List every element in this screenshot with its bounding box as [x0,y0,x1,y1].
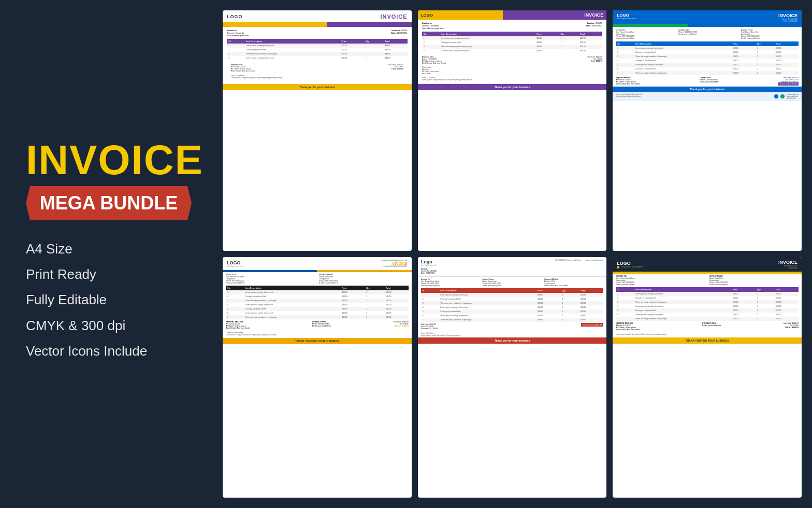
table-row: 3There are many variations of passages$3… [616,54,799,59]
feature-editable: Fully Editable [26,292,192,308]
inv2-details: Invoice: 287465 Date: 26/02/2021 [586,22,602,30]
col-sl: SL. [227,39,244,44]
inv4-contact-info: CONTACT INFO: Phone: 000 000 0000 Email:… [312,321,331,329]
inv1-logo: LOGO [227,14,243,19]
inv2-footer: Thank you for your business [418,84,607,90]
table-row: 2 Contrary to popular belief $39.00 1 $3… [422,40,603,45]
inv4-totals: Sub Total: $180.00 Tax: 0.00% TOTAL: $18… [394,321,409,329]
inv6-info-section: INVOICE TO: Your Name Goes Here Designat… [613,274,802,287]
inv1-payment-info: Payment Info: Account # 254879 A/C Name:… [227,62,408,74]
features-list: A4 Size Print Ready Fully Editable CMYK … [26,241,192,369]
inv5-invoice-info: Invoice Invoice No. 287465 Date: 26/02/2… [421,268,604,274]
inv1-invoice-details: Invoice# 287465 Date: 26/02/2021 [392,29,408,37]
invoice-preview-2: LOGO INVOICE Invoice to: James L. Edward… [418,10,607,251]
inv4-right: www.yourwebsitegoeshere.com INVOICE Invo… [382,260,407,267]
table-row: 1Lorem ipsum is simply dummy text.$39.00… [421,293,604,297]
inv2-logo: LOGO [421,13,433,18]
table-row: 6Lorem ipsum is simply dummy text.$39.00… [421,314,604,318]
inv6-logo: LOGO [617,261,643,266]
inv3-invoice-label: INVOICE [778,13,798,18]
inv4-tagline: Your Tagline Goes Here [227,265,243,267]
table-row: 7There are many variations of passages$3… [421,318,604,322]
inv5-info-section: Invoice To: Your Name Goes Here Phone: 0… [418,277,607,288]
inv4-invoice-to: INVOICE TO: Your Name Goes Here Designat… [226,274,315,284]
inv2-logo-area: LOGO [418,10,503,20]
inv3-payment-method: Payment Method Account # 254879 A/C Name… [616,77,640,85]
table-row: 4Lorem ipsum is simply dummy text.$39.00… [421,305,604,309]
inv5-tagline: Your Tagline Goes Here [421,264,438,266]
inv6-items-table: SL. Item Description Price Qty Total 1Lo… [616,287,799,321]
invoice-preview-4: LOGO Your Tagline Goes Here www.yourwebs… [223,257,412,498]
inv2-label-area: INVOICE [503,10,607,20]
inv2-info-row: Invoice to: James L. Edwards Your addres… [422,22,603,30]
col-desc: Item Description [244,39,340,44]
inv1-footer: Thank you for your business [223,84,412,90]
feature-vector: Vector Icons Include [26,343,192,359]
inv6-logo-block: LOGO 000 000 0000 | youremail@here [617,261,643,269]
table-row: 1 Lorem ipsum is simply dummy text. $39.… [422,36,603,40]
inv3-invoice-to: Invoice To: Your Name Goes Here Designat… [616,29,673,39]
inv3-logo: LOGO [617,13,636,18]
inv4-payment: PAYMENT SECTION: Account # 254879 A/C Na… [223,319,412,331]
col-total: Total [383,39,407,44]
inv1-invoice-label: INVOICE [380,13,407,20]
inv3-social-icon-1 [774,94,778,98]
invoice-preview-1: LOGO INVOICE Invoice to: James L. Edward… [223,10,412,251]
table-row: 3There are many variations of passages$3… [616,300,799,304]
inv6-footer: THANK YOU FOR YOUR BUSINESS [613,337,802,344]
inv3-invoice-from: Invoice From: Your Name Goes Here Design… [741,29,799,39]
inv1-terms: Terms & Conditions Lorem ipsum is simply… [227,74,408,80]
table-row: 1Lorem ipsum is simply dummy text.$39.00… [616,292,799,296]
table-row: 3 There are many variations of passages … [227,52,408,56]
inv6-payment-section: PAYMENT METHOD Account # 254879 A/C Name… [613,321,802,332]
inv6-contact-line: 000 000 0000 | youremail@here [617,266,643,269]
table-row: 3There are many variations of passages$3… [226,299,409,303]
inv2-payment: Payment Info: Account # 254879 A/C Name:… [422,55,603,65]
inv5-footer-section: Sub Total: $180.00 Tax 13%: 0.02% Discou… [418,322,607,331]
inv6-header: LOGO 000 000 0000 | youremail@here INVOI… [613,257,802,272]
inv5-payment-method: Payment Method Account 1234 Lorem ipsum … [544,278,603,287]
inv3-info-section: Invoice To: Your Name Goes Here Designat… [613,27,802,41]
inv6-invoice-from: INVOICE FROM: Name Goes Here Designation… [709,275,799,286]
mega-bundle-banner: MEGA BUNDLE [26,186,192,220]
inv5-terms: Terms & Conditions Lorem ipsum is simply… [418,331,607,337]
inv2-payment-left: Payment Info: Account # 254879 A/C Name:… [422,56,446,64]
table-row: 1 Lorem ipsum is simply dummy text. $39.… [227,44,408,48]
inv5-logo: Logo [421,259,438,264]
table-row: 5Contrary to popular belief$39.001$39.00 [421,309,604,314]
inv1-color-bar [223,22,412,27]
table-row: 5Contrary to popular belief$39.001$39.00 [226,307,409,311]
inv5-grand-total: Grand Total: $180.99 [581,323,603,330]
table-row: 3 There are many variations of passages … [422,45,603,49]
table-row: 4Lorem ipsum is simply dummy text.$39.00… [616,304,799,308]
table-row: 7There are many variations of passages$3… [616,317,799,321]
inv3-social-icon-2 [780,94,785,98]
table-row: 2 Contrary to popular belief $39.00 1 $3… [227,48,408,52]
inv5-items-table: SL. Item Description Price Qty Total 1Lo… [421,288,604,322]
table-row: 7There are many variations of passages$3… [616,71,799,75]
table-row: 1Lorem ipsum is simply dummy text.$39.00… [226,290,409,294]
inv3-date: Date: 24/02/2021 [778,20,798,22]
inv3-footer: Thank you for your business [613,87,802,92]
table-row: 6Lorem ipsum is simply dummy text.$39.00… [616,313,799,317]
inv1-invoice-to: Invoice to: James L. Edwards Your addres… [227,29,249,37]
table-row: 5Lorem ipsum is simply dummy text.$39.00… [616,63,799,67]
col-price: Price [340,39,364,44]
inv6-payment-method: PAYMENT METHOD Account # 254879 A/C Name… [616,322,640,331]
inv1-header: LOGO INVOICE [223,10,412,22]
inv2-invoice-label: INVOICE [584,12,603,18]
inv3-items-table: SL. Item Description Price Qty Total 1Lo… [616,41,799,75]
table-row: 3There are many variations of passages$3… [421,301,604,305]
main-title: INVOICE [26,139,192,181]
inv4-header: LOGO Your Tagline Goes Here www.yourwebs… [223,257,412,270]
invoice-preview-3: LOGO Your Tagline Goes Here INVOICE Invo… [613,10,802,251]
inv5-logo-block: Logo Your Tagline Goes Here [421,259,438,266]
inv3-payment-section: Payment Method Account # 254879 A/C Name… [613,75,802,87]
inv6-phone-icon [617,266,619,269]
inv4-terms: TERMS & CONDITIONS: Lorem ipsum is simpl… [223,331,412,337]
inv6-invoice-to: INVOICE TO: Your Name Goes Here Designat… [616,275,705,286]
inv4-info: INVOICE TO: Your Name Goes Here Designat… [223,272,412,286]
table-row: 2Contrary to popular belief$39.001$39.00 [226,294,409,299]
invoice-preview-6: LOGO 000 000 0000 | youremail@here INVOI… [613,257,802,498]
table-row: 5Contrary to popular belief$39.001$39.00 [616,308,799,313]
